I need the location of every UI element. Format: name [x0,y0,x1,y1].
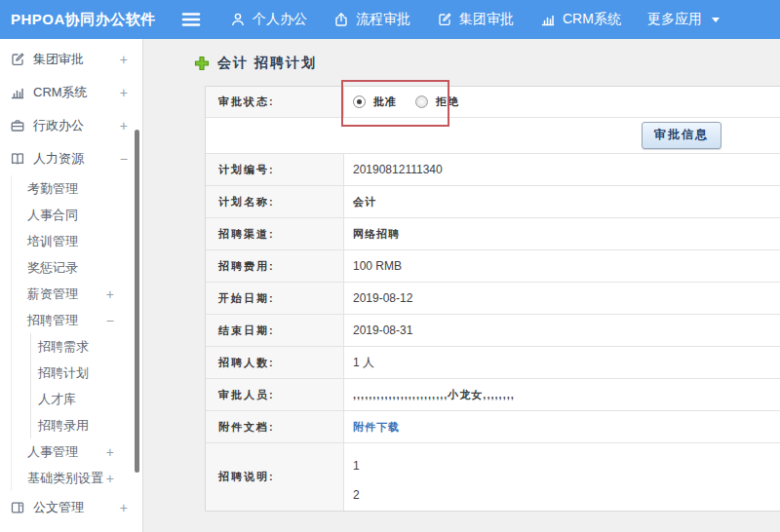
field-value: 1 人 [344,347,780,378]
sidebar-item-label: 人才库 [38,391,76,408]
expand-icon[interactable]: + [120,119,128,133]
expand-icon[interactable]: + [106,287,114,301]
sidebar-item-basic-category-settings[interactable]: 基础类别设置+ [12,465,142,491]
sidebar-item-reward-punishment-records[interactable]: 奖惩记录 [12,254,142,281]
nav-label: 流程审批 [356,11,410,28]
field-label: 招聘费用: [206,250,344,282]
app-logo: PHPOA协同办公软件 [0,11,181,29]
sidebar-item-personnel-management[interactable]: 人事管理+ [12,438,142,465]
add-plus-icon[interactable] [194,56,210,71]
nav-process-approval[interactable]: 流程审批 [333,11,410,28]
field-value: 网络招聘 [344,218,780,249]
description-line: 1 [353,451,780,480]
nav-crm-system[interactable]: CRM系统 [540,11,621,28]
sidebar-item-label: CRM系统 [33,84,88,101]
top-navigation-bar: PHPOA协同办公软件 个人办公流程审批集团审批CRM系统更多应用 [0,0,780,39]
sidebar-item-label: 奖惩记录 [27,259,78,277]
sidebar-item-crm-system[interactable]: CRM系统+ [0,76,142,109]
field-value: 100 RMB [344,250,780,282]
sidebar-item-salary-management[interactable]: 薪资管理+ [12,281,142,307]
sidebar-item-label: 招聘需求 [38,338,89,356]
chevron-down-icon [711,16,721,23]
collapse-icon[interactable]: − [106,314,114,327]
sidebar-item-recruitment-plan[interactable]: 招聘计划 [31,360,142,386]
sidebar-item-recruitment-management[interactable]: 招聘管理− [12,307,142,333]
sidebar-item-label: 培训管理 [27,233,78,250]
sidebar-item-group-approval[interactable]: 集团审批+ [0,43,142,76]
recruitment-description-row: 招聘说明:12 [206,443,780,511]
field-value: 2019-08-31 [344,315,780,346]
radio-selected-icon[interactable] [353,95,366,108]
sidebar: 集团审批+CRM系统+行政办公+人力资源−考勤管理人事合同培训管理奖惩记录薪资管… [0,39,143,532]
expand-icon[interactable]: + [120,53,128,66]
radio-unselected-icon[interactable] [415,95,428,108]
end-date-row: 结束日期:2019-08-31 [206,315,780,347]
recruitment-cost-row: 招聘费用:100 RMB [206,250,780,283]
expand-icon[interactable]: + [106,445,114,459]
approval-form-table: 审批状态: 批准拒绝 审批信息 计划编号:20190812111340计划名称:… [205,86,780,512]
sidebar-item-admin-office[interactable]: 行政办公+ [0,109,142,142]
attachment-download-link[interactable]: 附件下载 [353,420,400,435]
user-icon [230,12,246,27]
bar-chart-icon [540,12,556,27]
sidebar-item-label: 人事合同 [27,207,78,224]
expand-icon[interactable]: + [120,501,128,514]
sidebar-item-personnel-contract[interactable]: 人事合同 [12,202,142,228]
expand-icon[interactable]: + [106,472,114,485]
sidebar-item-human-resources[interactable]: 人力资源− [0,142,142,175]
page-title-bar: 会计 招聘计划 [143,39,780,72]
reject-radio[interactable]: 拒绝 [415,95,459,109]
sidebar-item-recruitment-hiring[interactable]: 招聘录用 [31,412,142,438]
nav-label: 集团审批 [459,11,514,28]
attachment-document-row: 附件文档:附件下载 [206,411,780,443]
field-value: ,,,,,,,,,,,,,,,,,,,,,,,,小龙女,,,,,,,, [344,379,780,410]
sidebar-item-vehicle-management[interactable]: 用车管理+ [0,524,142,532]
field-value: 2019-08-12 [344,283,780,314]
approval-info-button[interactable]: 审批信息 [642,122,722,149]
field-label: 招聘渠道: [206,218,344,249]
sidebar-item-label: 人事管理 [27,443,78,461]
nav-personal-office[interactable]: 个人办公 [230,11,307,28]
approval-button-row: 审批信息 [206,118,780,154]
field-label: 计划名称: [206,186,344,217]
sidebar-item-label: 基础类别设置 [27,470,103,487]
nav-label: 个人办公 [253,11,307,28]
sidebar-item-label: 考勤管理 [27,180,78,198]
sidebar-item-label: 集团审批 [33,51,84,68]
sidebar-item-talent-pool[interactable]: 人才库 [31,386,142,412]
collapse-icon[interactable]: − [120,152,128,166]
nav-label: CRM系统 [563,11,621,28]
sidebar-scrollbar[interactable] [135,130,139,473]
book-icon [10,151,25,167]
recruitment-headcount-row: 招聘人数:1 人 [206,347,780,379]
expand-icon[interactable]: + [120,86,128,99]
sidebar-item-label: 招聘计划 [38,364,89,382]
document-icon [10,500,25,515]
field-label: 计划编号: [206,154,344,185]
nav-group-approval[interactable]: 集团审批 [437,11,514,28]
nav-more-apps[interactable]: 更多应用 [647,11,721,28]
radio-label: 批准 [373,95,397,109]
sidebar-item-training-management[interactable]: 培训管理 [12,228,142,254]
top-menu: 个人办公流程审批集团审批CRM系统更多应用 [230,11,721,28]
field-label: 审批状态: [206,87,344,117]
edit-icon [10,52,25,67]
sidebar-item-label: 招聘管理 [27,312,78,329]
sidebar-item-recruitment-needs[interactable]: 招聘需求 [31,333,142,360]
edit-icon [437,12,452,27]
sidebar-item-label: 公文管理 [33,499,84,516]
field-value: 附件下载 [344,411,780,442]
approval-personnel-row: 审批人员:,,,,,,,,,,,,,,,,,,,,,,,,小龙女,,,,,,,, [206,379,780,411]
sidebar-item-attendance-management[interactable]: 考勤管理 [12,175,142,202]
approve-radio[interactable]: 批准 [353,95,397,109]
description-line: 2 [353,480,780,510]
menu-icon[interactable] [181,12,201,27]
field-label: 开始日期: [206,283,344,314]
main-content: 会计 招聘计划 审批状态: 批准拒绝 审批信息 计划编号:20190812111… [143,39,780,532]
plan-number-row: 计划编号:20190812111340 [206,154,780,186]
sidebar-item-document-management[interactable]: 公文管理+ [0,491,142,524]
approval-status-row: 审批状态: 批准拒绝 [206,87,780,118]
page-title: 会计 招聘计划 [217,55,317,72]
approval-status-radio-group: 批准拒绝 [353,95,469,109]
sidebar-item-label: 招聘录用 [38,417,89,435]
